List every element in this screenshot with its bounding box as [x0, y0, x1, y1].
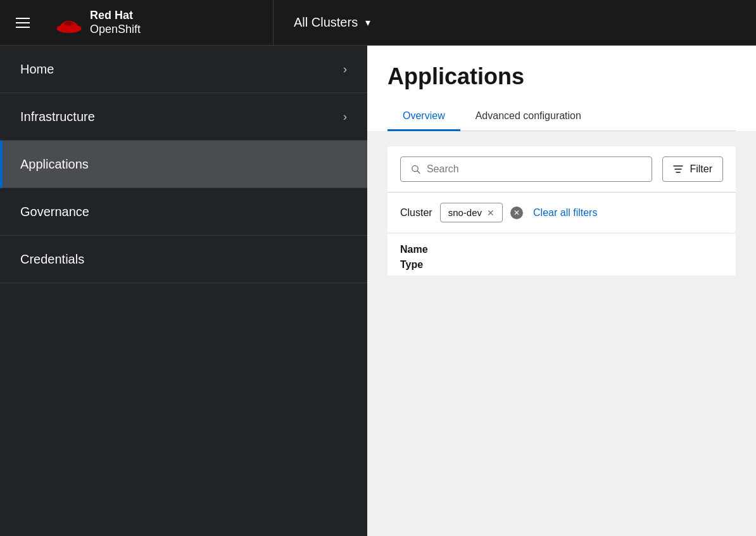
- search-icon: [411, 164, 420, 174]
- sidebar-item-applications[interactable]: Applications: [0, 141, 367, 188]
- filter-section: Filter Cluster sno-dev ✕ ✕ Clear all fil…: [387, 146, 736, 233]
- sidebar-item-infrastructure[interactable]: Infrastructure ›: [0, 93, 367, 141]
- hamburger-button[interactable]: [0, 0, 46, 46]
- tabs: Overview Advanced configuration: [387, 103, 736, 131]
- tab-overview[interactable]: Overview: [387, 103, 460, 131]
- filter-icon: [673, 164, 683, 174]
- content-area: Applications Overview Advanced configura…: [367, 46, 756, 536]
- filter-button-label: Filter: [690, 163, 712, 175]
- chip-clear-circle-icon[interactable]: ✕: [510, 207, 523, 219]
- content-body: Filter Cluster sno-dev ✕ ✕ Clear all fil…: [367, 131, 756, 536]
- svg-line-2: [417, 171, 420, 174]
- redhat-logo-icon: [56, 11, 82, 34]
- top-header: Red Hat OpenShift All Clusters ▾: [0, 0, 756, 46]
- column-name-header: Name: [400, 244, 723, 255]
- product-name: OpenShift: [90, 23, 141, 37]
- active-filters-row: Cluster sno-dev ✕ ✕ Clear all filters: [387, 193, 736, 233]
- logo-section: Red Hat OpenShift: [46, 0, 274, 45]
- search-input[interactable]: [427, 163, 642, 175]
- logo-text: Red Hat OpenShift: [90, 9, 141, 36]
- brand-name: Red Hat: [90, 9, 141, 23]
- sidebar-item-home[interactable]: Home ›: [0, 46, 367, 93]
- filter-chip-value: sno-dev: [448, 207, 482, 218]
- sidebar-item-home-label: Home: [20, 62, 54, 77]
- table-header: Name Type: [387, 234, 736, 276]
- filter-chip-sno-dev: sno-dev ✕: [440, 203, 503, 222]
- chip-close-icon[interactable]: ✕: [487, 208, 495, 218]
- hamburger-icon: [16, 18, 30, 28]
- filter-button[interactable]: Filter: [662, 156, 723, 182]
- sidebar-item-applications-label: Applications: [20, 157, 89, 172]
- sidebar: Home › Infrastructure › Applications Gov…: [0, 46, 367, 536]
- cluster-selector[interactable]: All Clusters ▾: [274, 15, 391, 30]
- main-layout: Home › Infrastructure › Applications Gov…: [0, 46, 756, 536]
- sidebar-item-credentials[interactable]: Credentials: [0, 236, 367, 283]
- chevron-down-icon: ▾: [365, 16, 370, 29]
- table-section: Name Type: [387, 234, 736, 276]
- tab-advanced-configuration[interactable]: Advanced configuration: [460, 103, 596, 131]
- page-header: Applications Overview Advanced configura…: [367, 46, 756, 131]
- sidebar-item-governance-label: Governance: [20, 205, 89, 219]
- sidebar-item-credentials-label: Credentials: [20, 252, 84, 267]
- filter-cluster-label: Cluster: [400, 207, 432, 219]
- cluster-selector-label: All Clusters: [294, 15, 358, 30]
- sidebar-item-infrastructure-label: Infrastructure: [20, 110, 95, 124]
- page-title: Applications: [387, 63, 736, 90]
- filter-row: Filter: [387, 146, 736, 193]
- search-box[interactable]: [400, 156, 652, 182]
- sidebar-item-governance[interactable]: Governance: [0, 188, 367, 236]
- column-type-header: Type: [400, 259, 723, 271]
- clear-all-button[interactable]: Clear all filters: [533, 207, 597, 219]
- chevron-right-icon: ›: [343, 110, 347, 124]
- chevron-right-icon: ›: [343, 63, 347, 76]
